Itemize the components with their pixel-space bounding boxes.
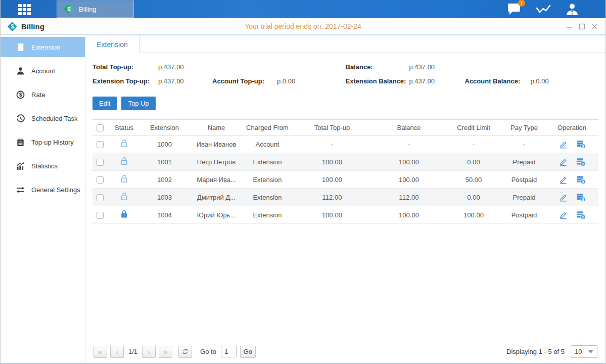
select-all-checkbox[interactable]	[97, 124, 104, 131]
refresh-button[interactable]	[178, 346, 192, 358]
topup-row-icon[interactable]: $	[576, 193, 586, 202]
balance-cell: 100.00	[374, 153, 444, 171]
col-credit-limit: Credit Limit	[444, 120, 503, 135]
apps-grid-icon[interactable]	[18, 4, 35, 15]
minimize-icon[interactable]	[565, 22, 573, 30]
billing-app-tab[interactable]: $ Billing	[57, 1, 134, 18]
table-row[interactable]: 1000Иван ИвановAccount----$	[92, 135, 598, 153]
svg-text:$: $	[582, 179, 584, 184]
row-checkbox[interactable]	[97, 141, 104, 148]
summary-section: Total Top-up: p.437.00 Extension Top-up:…	[92, 63, 598, 85]
svg-text:$: $	[582, 162, 584, 166]
name-cell: Иван Иванов	[189, 135, 244, 153]
charged-from-cell: Extension	[244, 153, 291, 171]
sidebar-item-statistics[interactable]: Statistics	[1, 156, 85, 176]
extension-cell: 1000	[141, 135, 189, 153]
window-titlebar: $ Billing Your trial period ends on: 201…	[1, 18, 605, 35]
pagination-bar: « ‹ 1/1 › » Go to Go Displaying 1 - 5 of…	[92, 342, 598, 363]
notification-badge: !	[518, 0, 525, 7]
sidebar-item-label: Top-up History	[31, 139, 74, 146]
table-row[interactable]: 1003Дмитрий Д...Extension112.00112.000.0…	[92, 189, 598, 206]
sidebar-item-rate[interactable]: $ Rate	[1, 84, 85, 105]
extension-topup-value: p.437.00	[158, 77, 212, 85]
table-row[interactable]: 1002Мария Ива...Extension100.00100.0050.…	[92, 171, 598, 189]
status-lock-icon	[119, 209, 129, 220]
account-topup-value: p.0.00	[277, 77, 295, 85]
status-lock-icon	[119, 156, 129, 167]
chevron-down-icon	[588, 350, 593, 353]
page-size-select[interactable]: 10	[571, 345, 597, 358]
col-status: Status	[108, 120, 141, 135]
balance-cell: 100.00	[374, 206, 444, 224]
billing-app-tab-label: Billing	[79, 6, 97, 13]
topup-row-icon[interactable]: $	[576, 140, 586, 149]
col-balance: Balance	[374, 120, 444, 135]
extension-cell: 1002	[141, 171, 189, 189]
statistics-chart-icon[interactable]	[535, 3, 551, 15]
edit-row-icon[interactable]	[558, 157, 568, 167]
sidebar-item-extension[interactable]: Extension	[1, 37, 85, 57]
sidebar-item-general-settings[interactable]: General Settings	[1, 179, 85, 200]
topup-row-icon[interactable]: $	[576, 175, 586, 185]
table-row[interactable]: 1004Юрий Юрь...Extension100.00100.00100.…	[92, 206, 598, 224]
row-checkbox[interactable]	[97, 194, 104, 201]
goto-page-input[interactable]	[221, 346, 237, 357]
sidebar-item-topup-history[interactable]: Top-up History	[1, 132, 85, 152]
notifications-icon[interactable]: !	[506, 3, 522, 16]
sidebar: Extension Account $ Rate Scheduled Task …	[1, 35, 85, 363]
topup-row-icon[interactable]: $	[576, 210, 586, 220]
table-row[interactable]: 1001Петр ПетровExtension100.00100.000.00…	[92, 153, 598, 171]
extension-balance-label: Extension Balance:	[346, 77, 409, 85]
displaying-status: Displaying 1 - 5 of 5	[506, 348, 565, 355]
balance-value: p.437.00	[409, 63, 435, 71]
account-balance-label: Account Balance:	[465, 77, 531, 85]
billing-window: $ Billing ! $ Billing Your trial period …	[0, 0, 606, 364]
sidebar-item-account[interactable]: Account	[1, 61, 85, 81]
edit-row-icon[interactable]	[558, 175, 568, 185]
billing-diamond-icon: $	[63, 4, 74, 15]
last-page-button[interactable]: »	[159, 346, 172, 358]
charged-from-cell: Account	[244, 135, 291, 153]
next-page-button[interactable]: ›	[142, 346, 156, 358]
total-topup-cell: 100.00	[291, 153, 374, 171]
status-lock-icon	[119, 174, 129, 185]
topup-row-icon[interactable]: $	[576, 157, 586, 167]
refresh-icon	[181, 348, 189, 355]
top-up-button[interactable]: Top Up	[121, 97, 155, 110]
svg-text:$: $	[582, 197, 584, 201]
name-cell: Дмитрий Д...	[189, 189, 244, 206]
col-name: Name	[189, 120, 244, 135]
trial-notice: Your trial period ends on: 2017-02-24	[1, 22, 605, 30]
maximize-icon[interactable]	[578, 22, 586, 30]
top-app-bar: $ Billing !	[1, 0, 605, 18]
balance-cell: 112.00	[374, 189, 444, 206]
edit-button[interactable]: Edit	[92, 97, 117, 110]
close-icon[interactable]	[590, 22, 598, 30]
total-topup-cell: 100.00	[291, 171, 374, 189]
user-account-icon[interactable]	[565, 3, 579, 16]
account-topup-label: Account Top-up:	[212, 77, 277, 85]
edit-row-icon[interactable]	[558, 140, 568, 149]
account-person-icon	[16, 67, 25, 75]
pay-type-cell: -	[503, 135, 545, 153]
first-page-button[interactable]: «	[94, 346, 107, 358]
status-lock-icon	[119, 192, 129, 203]
pay-type-cell: Postpaid	[503, 206, 545, 224]
credit-limit-cell: 50.00	[444, 171, 503, 189]
extension-cell: 1001	[141, 153, 189, 171]
row-checkbox[interactable]	[97, 159, 104, 166]
edit-row-icon[interactable]	[558, 193, 568, 202]
row-checkbox[interactable]	[97, 212, 104, 219]
sidebar-item-scheduled-task[interactable]: Scheduled Task	[1, 108, 85, 128]
name-cell: Мария Ива...	[189, 171, 244, 189]
prev-page-button[interactable]: ‹	[110, 346, 124, 358]
tab-extension[interactable]: Extension	[85, 35, 139, 53]
svg-text:$: $	[582, 144, 584, 148]
billing-logo-icon: $	[7, 21, 18, 32]
svg-text:$: $	[67, 6, 70, 12]
row-checkbox[interactable]	[97, 176, 104, 184]
go-button[interactable]: Go	[240, 346, 256, 358]
extension-topup-label: Extension Top-up:	[92, 77, 158, 85]
edit-row-icon[interactable]	[558, 210, 568, 220]
rate-dollar-icon: $	[16, 90, 25, 99]
